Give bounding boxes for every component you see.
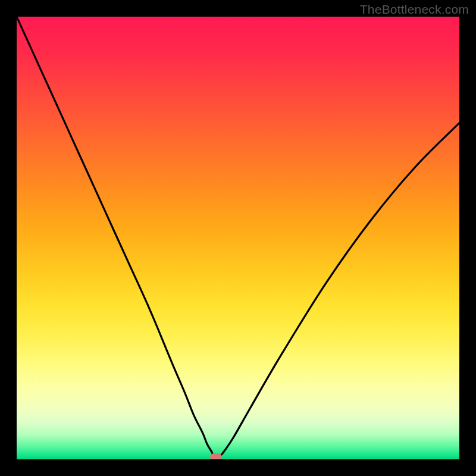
bottleneck-curve	[17, 17, 459, 457]
optimal-point-marker	[210, 453, 222, 459]
chart-frame: TheBottleneck.com	[0, 0, 476, 476]
curve-svg	[17, 17, 459, 459]
watermark-text: TheBottleneck.com	[360, 2, 469, 17]
plot-area	[17, 17, 459, 459]
